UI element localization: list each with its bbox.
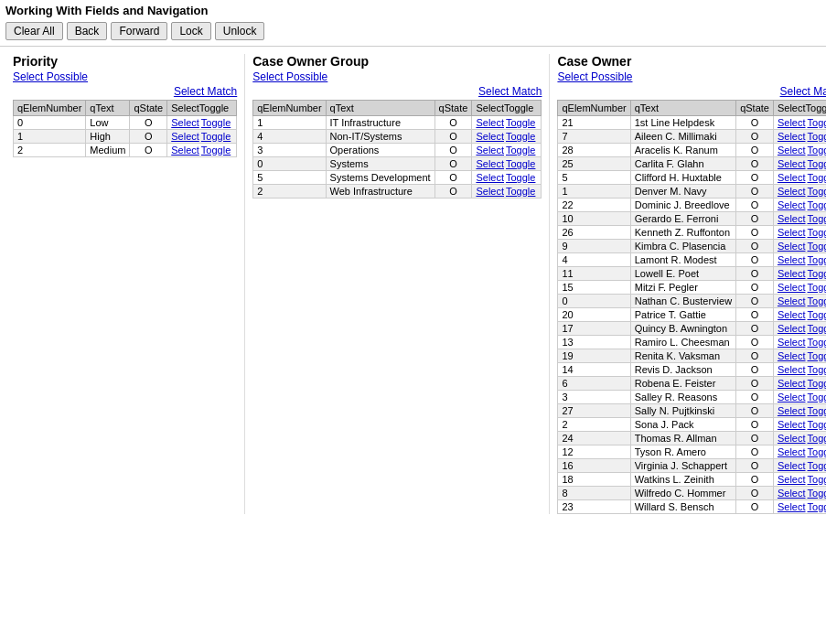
toggle-link[interactable]: Toggle (808, 392, 826, 402)
cell-qtext: Carlita F. Glahn (630, 157, 735, 171)
toggle-link[interactable]: Toggle (808, 254, 826, 265)
toggle-link[interactable]: Toggle (506, 145, 535, 156)
select-possible-link-case-owner-group[interactable]: Select Possible (252, 70, 542, 83)
select-link[interactable]: Select (778, 474, 806, 485)
select-link[interactable]: Select (171, 145, 199, 156)
toggle-link[interactable]: Toggle (506, 186, 535, 197)
select-link[interactable]: Select (171, 131, 199, 142)
toggle-link[interactable]: Toggle (808, 241, 826, 252)
toggle-link[interactable]: Toggle (808, 295, 826, 306)
select-link[interactable]: Select (778, 131, 806, 142)
select-possible-link-case-owner[interactable]: Select Possible (557, 70, 826, 83)
toggle-link[interactable]: Toggle (808, 199, 826, 210)
select-link[interactable]: Select (778, 186, 806, 197)
toggle-link[interactable]: Toggle (506, 172, 535, 183)
toggle-link[interactable]: Toggle (808, 460, 826, 471)
toggle-link[interactable]: Toggle (808, 172, 826, 183)
select-match-link-priority[interactable]: Select Match (174, 85, 237, 98)
toggle-link[interactable]: Toggle (808, 419, 826, 430)
select-link[interactable]: Select (476, 117, 504, 128)
cell-qelemnumber: 5 (253, 171, 326, 185)
select-link[interactable]: Select (778, 501, 806, 512)
select-link[interactable]: Select (778, 460, 806, 471)
table-row: 19Renita K. VaksmanOSelectToggle (558, 349, 826, 363)
select-link[interactable]: Select (778, 241, 806, 252)
toggle-link[interactable]: Toggle (808, 474, 826, 485)
select-link[interactable]: Select (476, 172, 504, 183)
toggle-link[interactable]: Toggle (808, 145, 826, 156)
select-link[interactable]: Select (778, 282, 806, 293)
select-link[interactable]: Select (778, 295, 806, 306)
select-link[interactable]: Select (476, 131, 504, 142)
toggle-link[interactable]: Toggle (808, 309, 826, 320)
toggle-link[interactable]: Toggle (506, 158, 535, 169)
toggle-link[interactable]: Toggle (808, 501, 826, 512)
select-link[interactable]: Select (778, 350, 806, 361)
toggle-link[interactable]: Toggle (808, 378, 826, 389)
toggle-link[interactable]: Toggle (201, 117, 231, 128)
cell-select-toggle: SelectToggle (472, 185, 542, 199)
toggle-link[interactable]: Toggle (808, 213, 826, 224)
select-link[interactable]: Select (778, 145, 806, 156)
table-row: 22Dominic J. BreedloveOSelectToggle (558, 199, 826, 212)
col-header-qtext: qText (630, 101, 735, 116)
toggle-link[interactable]: Toggle (808, 405, 826, 416)
table-row: 2Sona J. PackOSelectToggle (558, 418, 826, 432)
select-match-link-case-owner[interactable]: Select Match (780, 85, 826, 98)
toggle-link[interactable]: Toggle (808, 488, 826, 499)
toggle-link[interactable]: Toggle (808, 268, 826, 279)
select-link[interactable]: Select (778, 213, 806, 224)
select-link[interactable]: Select (778, 488, 806, 499)
toggle-link[interactable]: Toggle (808, 158, 826, 169)
toggle-link[interactable]: Toggle (808, 186, 826, 197)
toggle-link[interactable]: Toggle (808, 131, 826, 142)
toggle-link[interactable]: Toggle (808, 337, 826, 348)
select-link[interactable]: Select (778, 405, 806, 416)
select-link[interactable]: Select (778, 158, 806, 169)
select-possible-link-priority[interactable]: Select Possible (13, 70, 237, 83)
clear-all-button[interactable]: Clear All (5, 22, 63, 40)
toggle-link[interactable]: Toggle (808, 364, 826, 375)
toggle-link[interactable]: Toggle (808, 433, 826, 444)
forward-button[interactable]: Forward (111, 22, 167, 40)
toggle-link[interactable]: Toggle (808, 227, 826, 238)
select-link[interactable]: Select (778, 378, 806, 389)
select-link[interactable]: Select (476, 186, 504, 197)
select-link[interactable]: Select (778, 392, 806, 402)
select-link[interactable]: Select (778, 323, 806, 334)
select-link[interactable]: Select (476, 145, 504, 156)
table-row: 5Systems DevelopmentOSelectToggle (253, 171, 542, 185)
select-link[interactable]: Select (778, 268, 806, 279)
toggle-link[interactable]: Toggle (201, 131, 231, 142)
select-link[interactable]: Select (778, 199, 806, 210)
toggle-link[interactable]: Toggle (201, 145, 231, 156)
select-link[interactable]: Select (778, 337, 806, 348)
toggle-link[interactable]: Toggle (808, 323, 826, 334)
toggle-link[interactable]: Toggle (506, 117, 535, 128)
toggle-link[interactable]: Toggle (808, 117, 826, 128)
toggle-link[interactable]: Toggle (808, 350, 826, 361)
toggle-link[interactable]: Toggle (506, 131, 535, 142)
unlock-button[interactable]: Unlock (215, 22, 265, 40)
select-link[interactable]: Select (778, 309, 806, 320)
lock-button[interactable]: Lock (171, 22, 210, 40)
back-button[interactable]: Back (67, 22, 108, 40)
select-link[interactable]: Select (778, 172, 806, 183)
select-link[interactable]: Select (171, 117, 199, 128)
cell-qtext: Renita K. Vaksman (630, 349, 735, 363)
toggle-link[interactable]: Toggle (808, 282, 826, 293)
select-link[interactable]: Select (778, 227, 806, 238)
select-link[interactable]: Select (778, 433, 806, 444)
table-row: 13Ramiro L. CheesmanOSelectToggle (558, 336, 826, 349)
col-header-qelemnumber: qElemNumber (14, 101, 86, 116)
select-link[interactable]: Select (778, 364, 806, 375)
select-match-link-case-owner-group[interactable]: Select Match (478, 85, 542, 98)
toggle-link[interactable]: Toggle (808, 446, 826, 457)
select-link[interactable]: Select (778, 446, 806, 457)
col-header-qelemnumber: qElemNumber (253, 101, 326, 116)
select-link[interactable]: Select (778, 419, 806, 430)
select-link[interactable]: Select (476, 158, 504, 169)
select-link[interactable]: Select (778, 117, 806, 128)
cell-qelemnumber: 2 (253, 185, 326, 199)
select-link[interactable]: Select (778, 254, 806, 265)
